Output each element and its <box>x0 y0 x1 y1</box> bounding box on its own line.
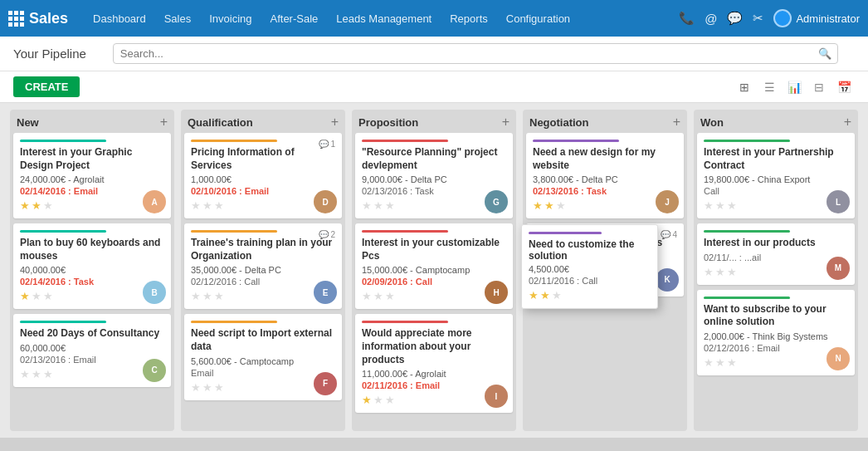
card-amount: 60,000.00€ <box>20 343 164 353</box>
nav-right: 📞 @ 💬 ✂ Administrator <box>679 9 860 27</box>
add-card-proposition[interactable]: + <box>502 115 510 130</box>
card-date: 02/10/2016 : Email <box>191 186 335 196</box>
settings-icon[interactable]: ✂ <box>753 11 763 26</box>
card-title: Interest in your customizable Pcs <box>362 237 506 262</box>
col-title-qualification: Qualification <box>188 116 253 129</box>
table-row[interactable]: Interest in your Graphic Design Project2… <box>13 133 171 218</box>
floating-card-bar <box>529 232 602 234</box>
card-title: Need script to Import external data <box>191 327 335 353</box>
column-proposition: Proposition + "Resource Planning" projec… <box>352 110 516 431</box>
search-icon: 🔍 <box>818 47 831 60</box>
col-cards-qualification: 💬 1Pricing Information of Services1,000.… <box>181 133 345 431</box>
card-amount: 3,800.00€ - Delta PC <box>533 174 677 184</box>
card-date: 02/13/2016 : Task <box>533 186 677 196</box>
table-row[interactable]: "Resource Planning" project devlepment9,… <box>355 133 513 218</box>
table-row[interactable]: Interest in your Partnership Contract19,… <box>697 133 855 218</box>
nav-dashboard[interactable]: Dashboard <box>85 9 154 28</box>
user-avatar <box>773 9 792 27</box>
card-amount: 40,000.00€ <box>20 265 164 275</box>
user-name: Administrator <box>796 12 860 25</box>
phone-icon[interactable]: 📞 <box>679 11 695 26</box>
chart-view-icon[interactable]: 📊 <box>783 76 805 98</box>
add-card-won[interactable]: + <box>844 115 851 130</box>
col-title-negotiation: Negotiation <box>529 116 589 129</box>
column-qualification: Qualification + 💬 1Pricing Information o… <box>181 110 345 431</box>
subheader: Your Pipeline 🔍 <box>0 37 868 71</box>
table-row[interactable]: Want to subscribe to your online solutio… <box>697 290 855 375</box>
card-amount: 24,000.00€ - Agrolait <box>20 174 164 184</box>
avatar: A <box>143 190 166 213</box>
card-amount: 15,000.00€ - Camptocamp <box>362 265 506 275</box>
add-card-negotiation[interactable]: + <box>673 115 680 130</box>
nav-sales[interactable]: Sales <box>156 9 200 28</box>
avatar: M <box>827 257 850 280</box>
card-date: 02/14/2016 : Task <box>20 277 164 287</box>
floating-card-title: Need to customize the solution <box>529 238 651 262</box>
avatar: L <box>827 190 850 213</box>
col-cards-won: Interest in your Partnership Contract19,… <box>694 133 858 431</box>
nav-configuration[interactable]: Configuration <box>498 9 578 28</box>
chat-icon[interactable]: 💬 <box>727 11 743 26</box>
avatar: G <box>485 190 508 213</box>
card-title: "Resource Planning" project devlepment <box>362 146 506 172</box>
kanban-board: New + Interest in your Graphic Design Pr… <box>0 103 868 438</box>
floating-card-stars: ★★★ <box>529 289 651 301</box>
card-title: Would appreciate more information about … <box>362 327 506 366</box>
table-row[interactable]: Need script to Import external data5,600… <box>184 314 342 400</box>
card-date: Email <box>191 368 335 378</box>
card-title: Pricing Information of Services <box>191 146 335 172</box>
card-title: Plan to buy 60 keyboards and mouses <box>20 237 164 262</box>
kanban-view-icon[interactable]: ⊞ <box>734 76 755 98</box>
floating-card-date: 02/11/2016 : Call <box>529 276 651 286</box>
column-new: New + Interest in your Graphic Design Pr… <box>10 110 174 431</box>
col-title-won: Won <box>700 116 724 129</box>
table-row[interactable]: 💬 1Pricing Information of Services1,000.… <box>184 133 342 218</box>
user-menu[interactable]: Administrator <box>773 9 860 27</box>
table-row[interactable]: Would appreciate more information about … <box>355 314 513 413</box>
view-icons: ⊞ ☰ 📊 ⊟ 📅 <box>734 76 855 98</box>
search-input[interactable] <box>113 43 838 64</box>
nav-reports[interactable]: Reports <box>441 9 496 28</box>
list-view-icon[interactable]: ☰ <box>758 76 780 98</box>
calendar-view-icon[interactable]: 📅 <box>833 76 855 98</box>
avatar: K <box>656 268 679 292</box>
card-date: 02/09/2016 : Call <box>362 277 506 287</box>
avatar: F <box>314 372 337 395</box>
avatar: J <box>656 190 679 213</box>
avatar: D <box>314 190 337 213</box>
table-row[interactable]: Plan to buy 60 keyboards and mouses40,00… <box>13 223 171 309</box>
col-title-new: New <box>17 116 39 129</box>
table-row[interactable]: Interest in our products02/11/... : ...a… <box>697 223 855 285</box>
toolbar: CREATE ⊞ ☰ 📊 ⊟ 📅 <box>0 71 868 103</box>
app-logo[interactable]: Sales <box>8 10 68 27</box>
nav-invoicing[interactable]: Invoicing <box>201 9 260 28</box>
card-date: 02/12/2016 : Call <box>191 277 335 287</box>
message-count: 💬 2 <box>319 230 335 239</box>
add-card-new[interactable]: + <box>160 115 168 130</box>
card-title: Need a new design for my website <box>533 146 677 172</box>
add-card-qualification[interactable]: + <box>331 115 339 130</box>
table-row[interactable]: Need a new design for my website3,800.00… <box>526 133 684 218</box>
email-icon[interactable]: @ <box>705 12 717 26</box>
nav-leads[interactable]: Leads Management <box>328 9 440 28</box>
table-row[interactable]: 💬 2Trainee's training plan in your Organ… <box>184 223 342 309</box>
card-amount: 19,800.00€ - China Export <box>704 174 848 184</box>
nav-aftersale[interactable]: After-Sale <box>262 9 327 28</box>
logo-text: Sales <box>29 10 68 27</box>
card-amount: 9,000.00€ - Delta PC <box>362 174 506 184</box>
card-amount: 1,000.00€ <box>191 174 335 184</box>
create-button[interactable]: CREATE <box>13 76 80 97</box>
card-date: 02/12/2016 : Email <box>704 343 848 353</box>
card-date: 02/13/2016 : Task <box>362 186 506 196</box>
table-view-icon[interactable]: ⊟ <box>808 76 830 98</box>
card-date: Call <box>704 186 848 196</box>
table-row[interactable]: Need 20 Days of Consultancy60,000.00€02/… <box>13 314 171 387</box>
avatar: C <box>143 359 166 382</box>
card-title: Interest in your Partnership Contract <box>704 146 848 172</box>
search-box: 🔍 <box>113 43 838 64</box>
col-title-proposition: Proposition <box>358 116 418 129</box>
grid-icon <box>8 11 24 27</box>
message-count: 💬 1 <box>319 140 335 149</box>
table-row[interactable]: Interest in your customizable Pcs15,000.… <box>355 223 513 309</box>
nav-items: Dashboard Sales Invoicing After-Sale Lea… <box>85 9 679 28</box>
